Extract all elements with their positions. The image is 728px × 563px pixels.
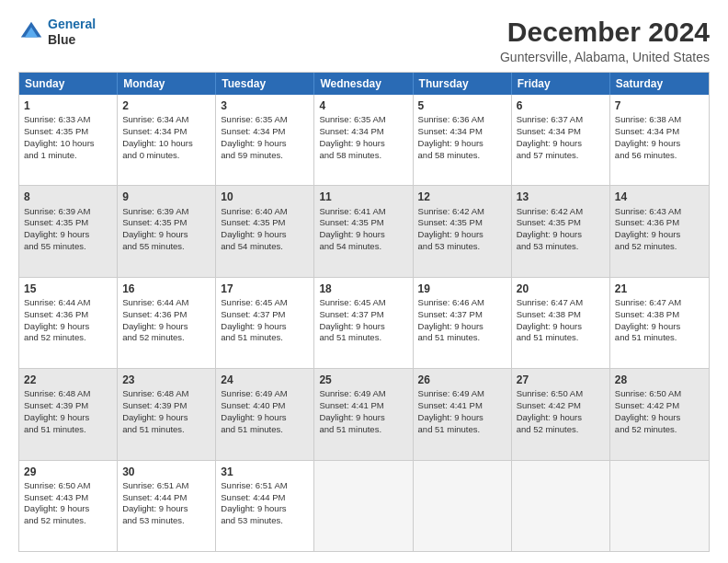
calendar-cell: 15Sunrise: 6:44 AMSunset: 4:36 PMDayligh… (19, 278, 118, 368)
day-info-line: Sunset: 4:41 PM (418, 400, 506, 412)
day-info-line: Sunset: 4:37 PM (221, 309, 309, 321)
calendar-cell: 7Sunrise: 6:38 AMSunset: 4:34 PMDaylight… (610, 95, 709, 185)
day-info-line: Daylight: 9 hours (221, 321, 309, 333)
day-info-line: and 51 minutes. (615, 332, 704, 344)
day-number: 19 (418, 282, 506, 296)
day-info-line: and 53 minutes. (221, 515, 309, 527)
day-info-line: Daylight: 9 hours (418, 229, 506, 241)
day-info-line: Sunset: 4:35 PM (221, 217, 309, 229)
day-info-line: and 53 minutes. (418, 241, 506, 253)
day-info-line: Sunrise: 6:49 AM (319, 388, 407, 400)
day-info-line: and 0 minutes. (122, 150, 210, 162)
day-info-line: Sunset: 4:35 PM (24, 217, 112, 229)
day-info-line: and 51 minutes. (221, 332, 309, 344)
calendar-cell: 16Sunrise: 6:44 AMSunset: 4:36 PMDayligh… (118, 278, 216, 368)
day-info-line: Sunset: 4:36 PM (122, 309, 210, 321)
day-number: 12 (418, 190, 506, 204)
header: General Blue December 2024 Guntersville,… (18, 17, 710, 64)
day-info-line: Sunrise: 6:50 AM (24, 480, 112, 492)
calendar-cell: 25Sunrise: 6:49 AMSunset: 4:41 PMDayligh… (314, 369, 413, 459)
day-info-line: Daylight: 9 hours (517, 412, 605, 424)
day-info-line: and 59 minutes. (221, 150, 309, 162)
day-info-line: Daylight: 9 hours (24, 503, 112, 515)
day-info-line: Sunset: 4:35 PM (122, 217, 210, 229)
day-number: 22 (24, 373, 112, 387)
day-info-line: Sunset: 4:35 PM (319, 217, 407, 229)
day-number: 28 (615, 373, 704, 387)
weekday-header: Tuesday (216, 73, 314, 95)
calendar-week-row: 8Sunrise: 6:39 AMSunset: 4:35 PMDaylight… (19, 185, 709, 276)
day-info-line: and 51 minutes. (418, 332, 506, 344)
day-info-line: and 52 minutes. (615, 241, 704, 253)
day-info-line: Daylight: 9 hours (517, 321, 605, 333)
day-number: 20 (517, 282, 605, 296)
day-info-line: Daylight: 9 hours (418, 138, 506, 150)
day-info-line: Sunset: 4:39 PM (122, 400, 210, 412)
day-info-line: and 51 minutes. (418, 424, 506, 436)
day-info-line: Sunrise: 6:44 AM (122, 297, 210, 309)
day-info-line: Sunrise: 6:51 AM (221, 480, 309, 492)
day-info-line: and 54 minutes. (221, 241, 309, 253)
day-info-line: Sunrise: 6:51 AM (122, 480, 210, 492)
day-info-line: and 51 minutes. (319, 332, 407, 344)
day-number: 7 (615, 98, 704, 113)
calendar-cell: 11Sunrise: 6:41 AMSunset: 4:35 PMDayligh… (314, 186, 413, 276)
day-number: 6 (517, 98, 605, 113)
day-info-line: Sunset: 4:34 PM (418, 126, 506, 138)
page: General Blue December 2024 Guntersville,… (0, 0, 728, 563)
day-number: 3 (221, 98, 309, 113)
day-info-line: Sunrise: 6:39 AM (122, 206, 210, 218)
calendar-cell: 29Sunrise: 6:50 AMSunset: 4:43 PMDayligh… (19, 461, 118, 551)
day-info-line: Daylight: 9 hours (319, 321, 407, 333)
calendar-cell: 9Sunrise: 6:39 AMSunset: 4:35 PMDaylight… (118, 186, 216, 276)
subtitle: Guntersville, Alabama, United States (500, 50, 710, 64)
day-info-line: Sunset: 4:40 PM (221, 400, 309, 412)
calendar-cell: 8Sunrise: 6:39 AMSunset: 4:35 PMDaylight… (19, 186, 118, 276)
day-number: 30 (122, 465, 210, 479)
day-info-line: Sunrise: 6:47 AM (517, 297, 605, 309)
calendar-cell: 4Sunrise: 6:35 AMSunset: 4:34 PMDaylight… (314, 95, 413, 185)
calendar-week-row: 1Sunrise: 6:33 AMSunset: 4:35 PMDaylight… (19, 95, 709, 185)
day-info-line: Sunrise: 6:41 AM (319, 206, 407, 218)
day-info-line: and 53 minutes. (517, 241, 605, 253)
day-info-line: Daylight: 9 hours (615, 138, 704, 150)
weekday-header: Monday (118, 73, 216, 95)
calendar-cell: 6Sunrise: 6:37 AMSunset: 4:34 PMDaylight… (512, 95, 610, 185)
calendar-body: 1Sunrise: 6:33 AMSunset: 4:35 PMDaylight… (19, 95, 709, 551)
day-info-line: Daylight: 9 hours (221, 503, 309, 515)
calendar-cell: 26Sunrise: 6:49 AMSunset: 4:41 PMDayligh… (414, 369, 512, 459)
calendar-cell (314, 461, 413, 551)
day-info-line: Daylight: 9 hours (24, 412, 112, 424)
day-info-line: Daylight: 9 hours (319, 229, 407, 241)
weekday-header: Wednesday (314, 73, 413, 95)
day-number: 14 (615, 190, 704, 204)
calendar-cell: 31Sunrise: 6:51 AMSunset: 4:44 PMDayligh… (216, 461, 314, 551)
calendar-cell: 18Sunrise: 6:45 AMSunset: 4:37 PMDayligh… (314, 278, 413, 368)
day-info-line: and 51 minutes. (319, 424, 407, 436)
day-info-line: Sunrise: 6:50 AM (615, 388, 704, 400)
day-info-line: Sunset: 4:41 PM (319, 400, 407, 412)
day-info-line: Sunrise: 6:34 AM (122, 114, 210, 126)
day-number: 2 (122, 98, 210, 113)
day-info-line: Daylight: 9 hours (517, 229, 605, 241)
day-info-line: Sunrise: 6:42 AM (517, 206, 605, 218)
day-info-line: Sunset: 4:43 PM (24, 492, 112, 504)
day-info-line: Sunrise: 6:40 AM (221, 206, 309, 218)
day-info-line: Sunrise: 6:35 AM (221, 114, 309, 126)
day-info-line: Sunset: 4:42 PM (517, 400, 605, 412)
day-info-line: and 51 minutes. (517, 332, 605, 344)
day-info-line: and 58 minutes. (418, 150, 506, 162)
day-info-line: Sunrise: 6:44 AM (24, 297, 112, 309)
day-info-line: Daylight: 9 hours (319, 138, 407, 150)
title-block: December 2024 Guntersville, Alabama, Uni… (500, 17, 710, 64)
day-info-line: Sunset: 4:44 PM (122, 492, 210, 504)
weekday-header: Sunday (19, 73, 118, 95)
day-info-line: Sunrise: 6:50 AM (517, 388, 605, 400)
day-number: 27 (517, 373, 605, 387)
day-info-line: and 51 minutes. (221, 424, 309, 436)
day-info-line: Sunrise: 6:48 AM (122, 388, 210, 400)
day-info-line: and 52 minutes. (24, 515, 112, 527)
calendar-cell: 5Sunrise: 6:36 AMSunset: 4:34 PMDaylight… (414, 95, 512, 185)
day-info-line: Daylight: 9 hours (122, 321, 210, 333)
calendar-cell: 28Sunrise: 6:50 AMSunset: 4:42 PMDayligh… (610, 369, 709, 459)
